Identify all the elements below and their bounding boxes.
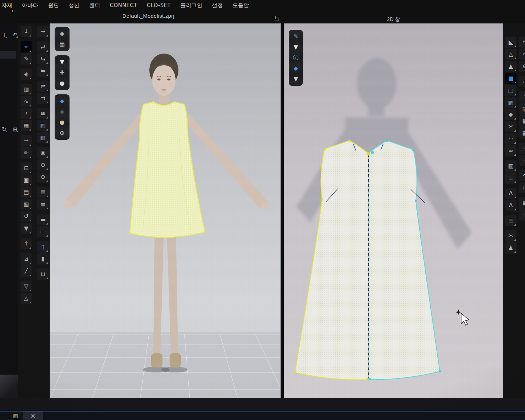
- person-pattern-icon[interactable]: ♟: [505, 242, 516, 254]
- steam-garment-icon[interactable]: ≋: [37, 108, 49, 119]
- clamp-icon[interactable]: ⊔: [37, 269, 49, 280]
- menu-item-plugin[interactable]: 플러그인: [180, 2, 202, 8]
- zipper-icon[interactable]: ≡: [37, 199, 49, 210]
- button-cursor-icon[interactable]: ◉: [37, 147, 49, 159]
- show-avatar-icon[interactable]: ●: [57, 78, 67, 89]
- edit-point-icon[interactable]: △: [505, 49, 516, 60]
- panel-divider[interactable]: [280, 23, 284, 398]
- elastic-icon[interactable]: ∿: [519, 170, 525, 181]
- transform-pattern-icon[interactable]: ◣: [505, 37, 516, 48]
- iron-icon[interactable]: ▱: [519, 76, 525, 87]
- menu-item-materials[interactable]: 자재: [1, 2, 12, 8]
- fabric-stack-icon[interactable]: ≡: [519, 209, 525, 221]
- show-garment-2d-icon[interactable]: ▼: [291, 42, 301, 52]
- show-garment-icon[interactable]: ▼: [57, 57, 67, 67]
- simulate-icon[interactable]: ↓: [21, 26, 32, 37]
- menu-item-settings[interactable]: 설정: [212, 2, 223, 8]
- show-seamline-icon[interactable]: ◆: [57, 106, 67, 117]
- garment-measure-icon[interactable]: ▽: [21, 281, 32, 292]
- jacket-icon[interactable]: ▣: [21, 175, 32, 186]
- fit-garment-icon[interactable]: ◈: [21, 68, 32, 80]
- pattern-outline-icon[interactable]: □: [505, 85, 516, 96]
- trace-pattern-icon[interactable]: ▱: [505, 133, 516, 144]
- free-sew-icon[interactable]: ∿: [21, 96, 32, 107]
- edit-sewing-icon[interactable]: ⇄: [37, 41, 49, 52]
- cross-cut-icon[interactable]: ✂: [505, 121, 516, 132]
- mannequin-icon[interactable]: ●: [57, 117, 67, 128]
- folder-app-icon[interactable]: ▨: [9, 411, 22, 420]
- texture-garment-icon[interactable]: ▩: [37, 132, 49, 143]
- pattern-2d-icon[interactable]: ■: [505, 73, 516, 84]
- restore-window-icon[interactable]: [274, 17, 278, 21]
- info-icon[interactable]: ⓘ: [291, 52, 301, 63]
- fabric-roll-icon[interactable]: ▭: [37, 226, 49, 237]
- ruler-icon[interactable]: ╱: [21, 265, 32, 277]
- viewport-2d[interactable]: ✎▼ⓘ◆▼: [284, 23, 503, 399]
- pattern-dots-icon[interactable]: ▨: [505, 97, 516, 108]
- tape-measure-icon[interactable]: ⊿: [21, 253, 32, 265]
- text-icon[interactable]: A: [505, 200, 516, 211]
- show-fabric-2d-icon[interactable]: ◆: [291, 63, 301, 74]
- seam-allowance-icon[interactable]: ≡: [505, 172, 516, 184]
- line-tool-icon[interactable]: ╌: [519, 143, 525, 154]
- edit-sculpt-icon[interactable]: ✎: [21, 53, 32, 65]
- text-cursor-icon[interactable]: A: [505, 188, 516, 199]
- arrow-garment-icon[interactable]: ⇡: [519, 91, 525, 103]
- edit-sewing-seg-icon[interactable]: ⇆: [37, 53, 49, 65]
- sew-garment-curve-icon[interactable]: ⇉: [37, 93, 49, 104]
- ruler-comb-icon[interactable]: ▥: [505, 160, 516, 172]
- viewport-3d[interactable]: ◆▦ ▼✚● ◆◆●⊕: [50, 23, 280, 399]
- add-icon[interactable]: +: [1, 32, 8, 39]
- dash-line-icon[interactable]: ┄: [519, 155, 525, 166]
- curve-edit-icon[interactable]: ∿: [519, 49, 525, 60]
- menu-item-help[interactable]: 도움말: [232, 2, 249, 8]
- garment-texture-2d-icon[interactable]: ▼: [291, 74, 301, 84]
- pattern-lift-icon[interactable]: ↑: [21, 238, 32, 249]
- edit-sewing-free-icon[interactable]: ⇋: [37, 65, 49, 77]
- undo-icon[interactable]: ↶: [11, 32, 18, 39]
- garment-dots-icon[interactable]: ▦: [57, 39, 67, 50]
- menu-item-fabric[interactable]: 원단: [48, 2, 59, 8]
- rotate-fold-icon[interactable]: ↺: [21, 211, 32, 222]
- cut-sew-icon[interactable]: ✂: [505, 230, 516, 242]
- menu-item-closet[interactable]: CLO-SET: [147, 2, 171, 8]
- magnifier-icon[interactable]: ⊘: [519, 61, 525, 72]
- zipper-cursor-icon[interactable]: ≣: [37, 187, 49, 198]
- texture-cursor-icon[interactable]: ▨: [37, 120, 49, 131]
- fold-arrangement-icon[interactable]: ⊟: [21, 162, 32, 174]
- menu-item-avatar[interactable]: 아바타: [22, 2, 39, 8]
- shirring-icon[interactable]: ≈: [519, 182, 525, 193]
- menu-item-production[interactable]: 생산: [69, 2, 80, 8]
- sew-curve-icon[interactable]: ≀: [21, 108, 32, 119]
- fabric-roll-cursor-icon[interactable]: ▬: [37, 214, 49, 225]
- pin-icon[interactable]: ⇀: [21, 135, 32, 147]
- cursor-curve-icon[interactable]: ↖: [519, 37, 525, 48]
- environment-globe-icon[interactable]: ⊕: [57, 128, 67, 138]
- edit-pattern-dark-icon[interactable]: ▲: [505, 61, 516, 72]
- fold-pattern-icon[interactable]: ▧: [21, 199, 32, 210]
- scene-cube-icon[interactable]: ◆: [57, 28, 67, 39]
- segment-sew-icon[interactable]: ▥: [21, 84, 32, 95]
- tack-marker-icon[interactable]: ✏: [21, 147, 32, 159]
- needle-tool-icon[interactable]: ✎: [291, 31, 301, 42]
- pleat-fold-icon[interactable]: ≣: [519, 197, 525, 209]
- avatar-fit-icon[interactable]: ▼: [21, 223, 32, 234]
- walk-avatar-icon[interactable]: ⇝: [37, 26, 49, 37]
- check-garment-icon[interactable]: ▨: [519, 103, 525, 115]
- sew-garment-icon[interactable]: ⇌: [37, 81, 49, 92]
- menu-item-connect[interactable]: CONNECT: [110, 2, 137, 8]
- grid-dots-icon[interactable]: ⊞: [11, 126, 18, 133]
- buttonhole-lock-icon[interactable]: ⊖: [37, 171, 49, 183]
- refresh-icon[interactable]: ↻: [1, 126, 8, 133]
- move-tool-icon[interactable]: ⌖: [21, 41, 32, 52]
- menu-item-render[interactable]: 렌더: [89, 2, 100, 8]
- pleats-panel-icon[interactable]: ≣: [505, 215, 516, 226]
- pattern-half-left[interactable]: [295, 140, 368, 380]
- check-garment-small-icon[interactable]: ▦: [519, 127, 525, 139]
- fit-sew-icon[interactable]: ▦: [21, 120, 32, 131]
- project-tab-title[interactable]: Default_Modelist.zprj: [122, 13, 174, 19]
- fabric-strip-cursor-icon[interactable]: ▯: [37, 241, 49, 253]
- button-icon[interactable]: ⊙: [37, 159, 49, 171]
- show-pattern-3d-icon[interactable]: ◆: [57, 96, 67, 106]
- fabric-strip-icon[interactable]: ▮: [37, 253, 49, 265]
